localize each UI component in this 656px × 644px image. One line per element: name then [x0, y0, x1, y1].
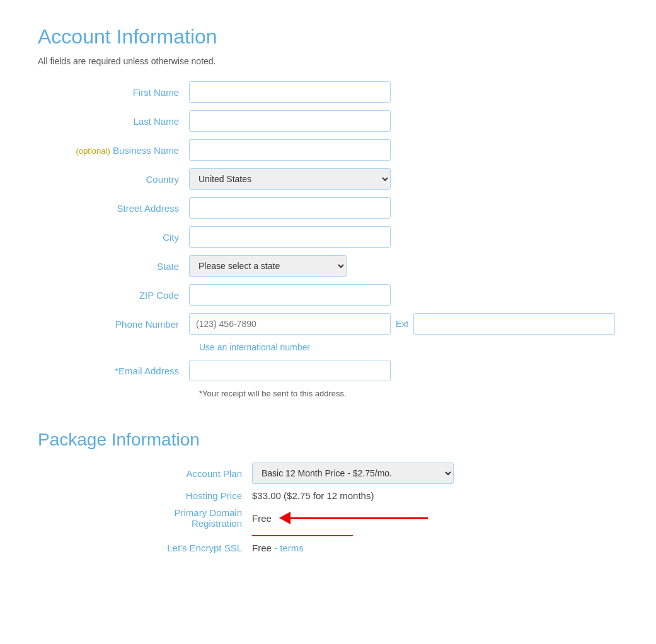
ext-input[interactable]: [413, 313, 615, 335]
first-name-input[interactable]: [189, 81, 391, 103]
city-label: City: [38, 232, 189, 243]
state-label: State: [38, 261, 189, 272]
intl-link-row: Use an international number: [38, 342, 618, 352]
phone-number-row: Phone Number Ext: [38, 313, 618, 335]
street-address-input[interactable]: [189, 197, 391, 219]
first-name-label: First Name: [38, 87, 189, 98]
form-subtitle: All fields are required unless otherwise…: [38, 56, 618, 66]
account-plan-label: Account Plan: [38, 468, 252, 479]
business-name-label: (optional) Business Name: [38, 145, 189, 156]
primary-domain-value-group: Free: [252, 512, 428, 524]
email-input[interactable]: [189, 360, 391, 381]
ssl-terms-link[interactable]: - terms: [274, 543, 304, 553]
intl-number-link[interactable]: Use an international number: [199, 342, 310, 352]
city-row: City: [38, 226, 618, 248]
email-label: *Email Address: [38, 365, 189, 376]
zip-code-label: ZIP Code: [38, 290, 189, 301]
primary-domain-label: Primary Domain Registration: [38, 507, 252, 529]
hosting-price-label: Hosting Price: [38, 490, 252, 501]
country-row: Country United States: [38, 168, 618, 190]
business-name-row: (optional) Business Name: [38, 139, 618, 161]
street-address-row: Street Address: [38, 197, 618, 219]
package-information-section: Package Information Account Plan Basic 1…: [38, 430, 618, 553]
city-input[interactable]: [189, 226, 391, 248]
account-plan-row: Account Plan Basic 12 Month Price - $2.7…: [38, 463, 618, 484]
lets-encrypt-row: Let's Encrypt SSL Free - terms: [38, 543, 618, 553]
phone-number-label: Phone Number: [38, 319, 189, 330]
primary-domain-free: Free: [252, 513, 272, 524]
email-row: *Email Address: [38, 360, 618, 381]
email-note: *Your receipt will be sent to this addre…: [38, 389, 618, 398]
last-name-row: Last Name: [38, 110, 618, 132]
account-information-section: Account Information All fields are requi…: [38, 25, 618, 398]
arrow-shaft: [289, 517, 428, 519]
lets-encrypt-value: Free - terms: [252, 543, 304, 553]
country-select[interactable]: United States: [189, 168, 391, 190]
red-underline: [252, 535, 353, 536]
business-name-input[interactable]: [189, 139, 391, 161]
street-address-label: Street Address: [38, 203, 189, 214]
primary-domain-row: Primary Domain Registration Free: [38, 507, 618, 529]
last-name-label: Last Name: [38, 116, 189, 127]
hosting-price-value: $33.00 ($2.75 for 12 months): [252, 490, 374, 501]
account-info-title: Account Information: [38, 25, 618, 49]
lets-encrypt-label: Let's Encrypt SSL: [38, 543, 252, 553]
optional-tag: (optional): [76, 146, 110, 156]
arrow-indicator: [279, 512, 428, 524]
zip-code-input[interactable]: [189, 284, 391, 306]
country-label: Country: [38, 174, 189, 185]
phone-fields: Ext: [189, 313, 615, 335]
ext-label: Ext: [396, 319, 408, 329]
package-info-title: Package Information: [38, 430, 618, 450]
hosting-price-row: Hosting Price $33.00 ($2.75 for 12 month…: [38, 490, 618, 501]
state-row: State Please select a state: [38, 255, 618, 277]
zip-code-row: ZIP Code: [38, 284, 618, 306]
account-plan-select[interactable]: Basic 12 Month Price - $2.75/mo.: [252, 463, 454, 484]
last-name-input[interactable]: [189, 110, 391, 132]
state-select[interactable]: Please select a state: [189, 255, 347, 277]
phone-input[interactable]: [189, 313, 391, 335]
underline-row: [38, 535, 618, 536]
first-name-row: First Name: [38, 81, 618, 103]
